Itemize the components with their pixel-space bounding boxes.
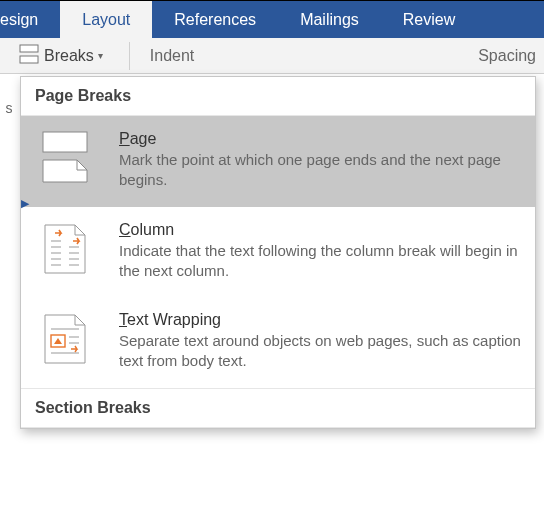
svg-rect-1 bbox=[20, 56, 38, 63]
indent-group-label: Indent bbox=[150, 47, 194, 65]
dropdown-caret-icon: ▾ bbox=[98, 50, 103, 61]
ribbon-row: Breaks ▾ Indent Spacing bbox=[0, 38, 544, 74]
breaks-icon bbox=[18, 43, 40, 69]
spacing-group-label: Spacing bbox=[478, 47, 536, 65]
breaks-button[interactable]: Breaks ▾ bbox=[12, 41, 109, 71]
break-option-title: Text Wrapping bbox=[119, 311, 521, 329]
tab-design[interactable]: esign bbox=[0, 1, 60, 38]
page-breaks-header: Page Breaks bbox=[21, 77, 535, 116]
break-option-desc: Separate text around objects on web page… bbox=[119, 331, 521, 372]
tab-review[interactable]: Review bbox=[381, 1, 477, 38]
break-option-column[interactable]: Column Indicate that the text following … bbox=[21, 207, 535, 298]
break-option-title: Column bbox=[119, 221, 521, 239]
column-break-icon bbox=[35, 221, 99, 280]
page-break-icon bbox=[35, 130, 99, 187]
tab-references[interactable]: References bbox=[152, 1, 278, 38]
break-option-desc: Mark the point at which one page ends an… bbox=[119, 150, 521, 191]
breaks-dropdown: Page Breaks Page Mark the point at which… bbox=[20, 76, 536, 429]
break-option-text-wrapping[interactable]: Text Wrapping Separate text around objec… bbox=[21, 297, 535, 388]
tab-mailings[interactable]: Mailings bbox=[278, 1, 381, 38]
break-option-desc: Indicate that the text following the col… bbox=[119, 241, 521, 282]
text-wrapping-break-icon bbox=[35, 311, 99, 370]
left-edge-text: s bbox=[0, 100, 18, 116]
break-option-page[interactable]: Page Mark the point at which one page en… bbox=[21, 116, 535, 207]
selection-marker-icon: ▶ bbox=[21, 197, 29, 210]
ribbon-tabstrip: esign Layout References Mailings Review bbox=[0, 0, 544, 38]
ribbon-separator bbox=[129, 42, 130, 70]
section-breaks-header: Section Breaks bbox=[21, 389, 535, 428]
svg-rect-0 bbox=[20, 45, 38, 52]
breaks-label: Breaks bbox=[44, 47, 94, 65]
svg-rect-2 bbox=[43, 132, 87, 152]
tab-layout[interactable]: Layout bbox=[60, 1, 152, 38]
break-option-title: Page bbox=[119, 130, 521, 148]
